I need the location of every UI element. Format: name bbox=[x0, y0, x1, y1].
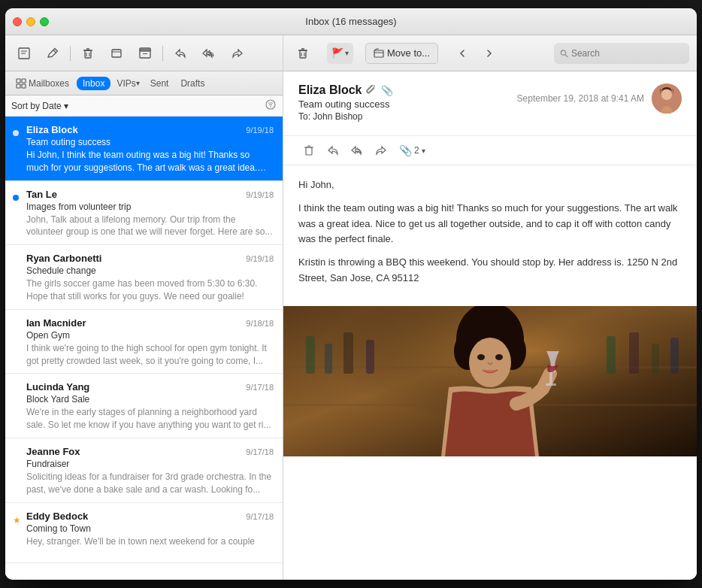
tab-mailboxes[interactable]: Mailboxes bbox=[11, 77, 74, 90]
email-date: 9/19/18 bbox=[246, 190, 274, 199]
archive-button[interactable] bbox=[132, 43, 158, 64]
attachments-button[interactable]: 📎 2 ▾ bbox=[395, 143, 430, 158]
email-item-2[interactable]: Tan Le 9/19/18 Images from volunteer tri… bbox=[5, 181, 283, 246]
detail-action-forward[interactable] bbox=[371, 141, 392, 160]
sender-avatar bbox=[652, 83, 682, 114]
reply-all-button[interactable] bbox=[196, 43, 222, 64]
junk-button[interactable] bbox=[104, 43, 129, 64]
email-date: 9/19/18 bbox=[246, 254, 274, 263]
left-toolbar bbox=[5, 35, 283, 71]
svg-rect-39 bbox=[306, 336, 315, 374]
svg-rect-46 bbox=[670, 338, 679, 374]
email-subject-detail: Team outing success bbox=[298, 99, 517, 110]
email-preview: Hi John, I think the team outing was a b… bbox=[26, 149, 274, 174]
search-input[interactable] bbox=[571, 48, 683, 59]
email-date: 9/19/18 bbox=[246, 126, 274, 135]
tab-sent[interactable]: Sent bbox=[146, 77, 174, 90]
trash-button[interactable] bbox=[75, 43, 101, 64]
svg-line-29 bbox=[565, 54, 567, 56]
detail-trash-button[interactable] bbox=[291, 43, 315, 64]
email-item-1[interactable]: Eliza Block 9/19/18 Team outing success … bbox=[5, 117, 283, 181]
email-list: Eliza Block 9/19/18 Team outing success … bbox=[5, 117, 283, 580]
svg-rect-55 bbox=[549, 372, 552, 383]
email-date: 9/17/18 bbox=[246, 383, 274, 392]
maximize-button[interactable] bbox=[40, 17, 49, 26]
sender-name: Tan Le bbox=[26, 189, 57, 200]
close-button[interactable] bbox=[13, 17, 22, 26]
tab-drafts[interactable]: Drafts bbox=[176, 77, 209, 90]
svg-point-28 bbox=[561, 50, 565, 54]
nav-prev-button[interactable] bbox=[450, 43, 474, 64]
compose-button[interactable] bbox=[11, 43, 37, 64]
mail-window: Inbox (16 messages) bbox=[5, 8, 697, 580]
email-date-avatar: September 19, 2018 at 9:41 AM bbox=[517, 83, 682, 114]
email-timestamp: September 19, 2018 at 9:41 AM bbox=[517, 93, 644, 104]
svg-point-52 bbox=[469, 338, 511, 387]
svg-rect-32 bbox=[306, 147, 312, 155]
sort-by-date[interactable]: Sort by Date ▾ bbox=[11, 101, 68, 111]
title-bar: Inbox (16 messages) bbox=[5, 8, 697, 35]
attachment-count: 2 bbox=[414, 145, 419, 156]
move-to-icon bbox=[374, 48, 384, 59]
move-to-button[interactable]: Move to... bbox=[365, 43, 438, 64]
email-subject: Schedule change bbox=[26, 265, 274, 276]
right-toolbar: 🚩 ▾ Move to... bbox=[283, 35, 697, 71]
email-subject: Block Yard Sale bbox=[26, 394, 274, 405]
svg-rect-44 bbox=[629, 332, 639, 374]
tab-vips[interactable]: VIPs ▾ bbox=[113, 77, 142, 90]
email-subject: Images from volunteer trip bbox=[26, 202, 274, 212]
minimize-button[interactable] bbox=[26, 17, 35, 26]
email-item-4[interactable]: Ian Macnider 9/18/18 Open Gym I think we… bbox=[5, 310, 283, 374]
filter-icon[interactable] bbox=[265, 99, 277, 113]
paperclip-icon: 📎 bbox=[399, 144, 412, 156]
main-content: Mailboxes Inbox VIPs ▾ Sent Drafts Sort … bbox=[5, 35, 697, 580]
email-subject: Team outing success bbox=[26, 137, 274, 147]
tab-inbox[interactable]: Inbox bbox=[77, 77, 110, 90]
window-title: Inbox (16 messages) bbox=[305, 16, 396, 27]
svg-line-3 bbox=[53, 50, 56, 53]
sender-name: Lucinda Yang bbox=[26, 381, 89, 393]
body-line-3: Kristin is throwing a BBQ this weekend. … bbox=[298, 255, 682, 286]
svg-rect-56 bbox=[546, 383, 556, 386]
email-item-7[interactable]: ★ Eddy Bedock 9/17/18 Coming to Town Hey… bbox=[5, 503, 283, 563]
body-line-1: Hi John, bbox=[298, 177, 682, 193]
svg-rect-17 bbox=[22, 84, 26, 88]
email-preview: Hey, stranger. We'll be in town next wee… bbox=[26, 535, 274, 548]
svg-rect-22 bbox=[300, 50, 306, 58]
email-body: Hi John, I think the team outing was a b… bbox=[283, 165, 697, 306]
sort-chevron: ▾ bbox=[64, 101, 68, 111]
email-preview: John, Talk about a lifelong memory. Our … bbox=[26, 214, 274, 239]
flag-button[interactable]: 🚩 ▾ bbox=[327, 43, 353, 64]
svg-rect-14 bbox=[17, 79, 20, 83]
email-preview: We're in the early stages of planning a … bbox=[26, 406, 274, 432]
new-compose-button[interactable] bbox=[40, 43, 65, 64]
email-item-3[interactable]: Ryan Carbonetti 9/19/18 Schedule change … bbox=[5, 245, 283, 310]
sender-name: Ryan Carbonetti bbox=[26, 253, 101, 264]
email-date: 9/17/18 bbox=[246, 512, 274, 521]
email-from-name: Eliza Block 📎 bbox=[298, 83, 517, 97]
svg-rect-40 bbox=[325, 344, 332, 374]
sender-name: Jeanne Fox bbox=[26, 446, 80, 457]
sort-bar: Sort by Date ▾ bbox=[5, 95, 283, 117]
vips-chevron: ▾ bbox=[136, 79, 140, 87]
body-line-2: I think the team outing was a big hit! T… bbox=[298, 201, 682, 247]
unread-indicator bbox=[13, 195, 19, 201]
email-from-info: Eliza Block 📎 Team outing success To: Jo… bbox=[298, 83, 517, 122]
email-item-6[interactable]: Jeanne Fox 9/17/18 Fundraiser Soliciting… bbox=[5, 438, 283, 503]
forward-button[interactable] bbox=[225, 43, 250, 64]
nav-next-button[interactable] bbox=[477, 43, 501, 64]
sender-name: Eliza Block bbox=[26, 124, 78, 135]
detail-action-trash[interactable] bbox=[298, 141, 319, 160]
detail-action-reply[interactable] bbox=[322, 141, 343, 160]
search-icon bbox=[560, 49, 568, 58]
photo-illustration bbox=[283, 306, 697, 456]
email-item-5[interactable]: Lucinda Yang 9/17/18 Block Yard Sale We'… bbox=[5, 374, 283, 438]
email-subject: Coming to Town bbox=[26, 523, 274, 534]
flag-chevron: ▾ bbox=[345, 49, 349, 57]
detail-action-reply-all[interactable] bbox=[346, 141, 368, 160]
attachment-indicator bbox=[366, 85, 377, 95]
email-to: To: John Bishop bbox=[298, 111, 517, 122]
svg-rect-45 bbox=[652, 344, 659, 374]
sort-label: Sort by Date bbox=[11, 101, 62, 111]
reply-button[interactable] bbox=[168, 43, 193, 64]
